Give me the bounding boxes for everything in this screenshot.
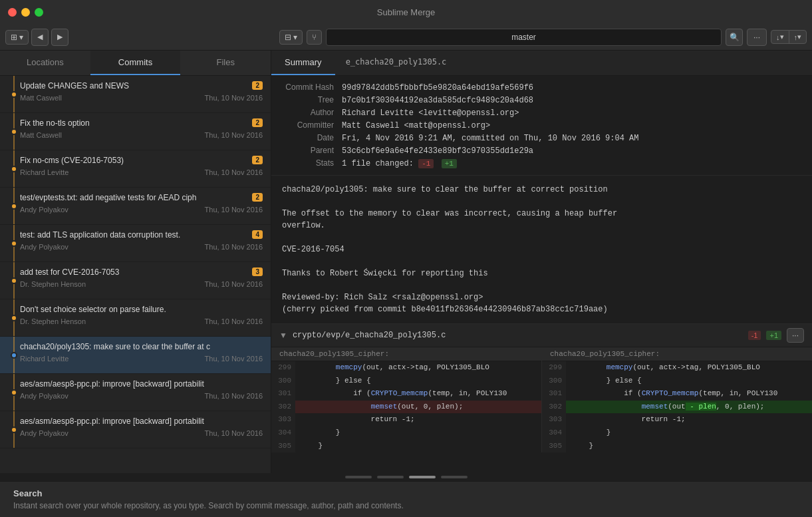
detail-row-author: Author Richard Levitte <levitte@openssl.…	[271, 106, 812, 119]
stats-label: Stats	[282, 158, 342, 168]
back-icon: ◀	[37, 33, 43, 41]
commit-header: Update CHANGES and NEWS 2	[20, 81, 263, 92]
stats-files: 1 file changed:	[342, 159, 414, 168]
diff-line: 301 if (CRYPTO_memcmp(temp, in, POLY130	[542, 387, 812, 401]
detail-row-stats: Stats 1 file changed: -1 +1	[271, 157, 812, 170]
list-item[interactable]: aes/asm/aesp8-ppc.pl: improve [backward]…	[0, 411, 271, 448]
commit-message: Fix the no-tls option	[20, 118, 247, 129]
diff-line: 300 } else {	[542, 375, 812, 388]
maximize-button[interactable]	[35, 8, 43, 17]
commit-dot	[11, 166, 17, 172]
commit-date: Thu, 10 Nov 2016	[205, 317, 263, 325]
commit-message: add test for CVE-2016-7053	[20, 267, 247, 278]
commit-meta: Richard Levitte Thu, 10 Nov 2016	[20, 168, 263, 176]
commit-message: Don't set choice selector on parse failu…	[20, 305, 257, 315]
stats-value: 1 file changed: -1 +1	[342, 159, 801, 168]
window-controls	[8, 8, 43, 17]
tab-file[interactable]: e_chacha20_poly1305.c	[335, 51, 458, 75]
list-item[interactable]: Fix the no-tls option 2 Matt Caswell Thu…	[0, 113, 271, 150]
diff-pane-right: chacha20_poly1305_cipher: 299 memcpy(out…	[542, 347, 812, 452]
download-button[interactable]: ↓ ▾	[771, 31, 789, 43]
layout-dropdown-icon: ▾	[19, 33, 23, 42]
commit-badge: 2	[252, 156, 263, 164]
tab-locations[interactable]: Locations	[0, 51, 90, 75]
forward-button[interactable]: ▶	[51, 29, 68, 46]
commit-message: chacha20/poly1305: make sure to clear th…	[20, 342, 257, 353]
search-icon: 🔍	[730, 33, 740, 42]
diff-line: 305 }	[542, 440, 812, 453]
branch-search-input[interactable]: master	[326, 29, 722, 46]
summary-tabs: Summary e_chacha20_poly1305.c	[271, 51, 812, 76]
download-upload-group: ↓ ▾ ↑ ▾	[771, 30, 807, 44]
more-icon: ···	[753, 33, 760, 42]
commit-author: Andy Polyakov	[20, 243, 68, 251]
list-item[interactable]: test: add TLS application data corruptio…	[0, 225, 271, 262]
commit-message: aes/asm/aesp8-ppc.pl: improve [backward]…	[20, 379, 257, 390]
left-panel: Locations Commits Files Update CHANGES a…	[0, 51, 271, 473]
diff-line-removed: 302 memset(out, 0, plen);	[271, 401, 541, 414]
commit-author: Andy Polyakov	[20, 429, 68, 437]
layout-button[interactable]: ⊞ ▾	[5, 30, 29, 45]
commit-dot	[11, 240, 17, 247]
commit-date: Thu, 10 Nov 2016	[205, 168, 263, 176]
toolbar-right: ⊟ ▾ ⑂ master 🔍 ··· ↓ ▾ ↑ ▾	[279, 29, 807, 46]
commit-dot	[11, 315, 17, 321]
commit-dot	[11, 91, 17, 98]
diff-stat-minus: -1	[748, 331, 761, 340]
title-bar: Sublime Merge	[0, 0, 812, 24]
repo-icon-button[interactable]: ⊟ ▾	[279, 30, 303, 45]
list-item[interactable]: Update CHANGES and NEWS 2 Matt Caswell T…	[0, 76, 271, 113]
branch-icon-button[interactable]: ⑂	[307, 30, 322, 45]
toolbar: ⊞ ▾ ◀ ▶ ⊟ ▾ ⑂ master 🔍 ··· ↓ ▾	[0, 24, 812, 51]
list-item[interactable]: Don't set choice selector on parse failu…	[0, 299, 271, 337]
stats-minus: -1	[418, 159, 434, 168]
diff-pane-left-header: chacha20_poly1305_cipher:	[271, 347, 541, 361]
commit-date: Thu, 10 Nov 2016	[205, 429, 263, 437]
tab-files[interactable]: Files	[180, 51, 271, 75]
download-dropdown-icon: ▾	[780, 33, 784, 41]
parent-label: Parent	[282, 146, 342, 155]
search-feature-description: Instant search over your whole repositor…	[13, 501, 799, 510]
more-button[interactable]: ···	[747, 29, 767, 46]
list-item[interactable]: chacha20/poly1305: make sure to clear th…	[0, 337, 271, 374]
stats-plus: +1	[442, 159, 457, 168]
commit-date: Thu, 10 Nov 2016	[205, 243, 263, 251]
app-title: Sublime Merge	[377, 7, 435, 17]
list-item[interactable]: add test for CVE-2016-7053 3 Dr. Stephen…	[0, 262, 271, 299]
commit-meta: Andy Polyakov Thu, 10 Nov 2016	[20, 206, 263, 214]
commit-message: Fix no-cms (CVE-2016-7053)	[20, 156, 247, 166]
diff-toggle-icon[interactable]: ▼	[279, 331, 287, 340]
tab-commits[interactable]: Commits	[90, 51, 181, 75]
diff-more-button[interactable]: ···	[787, 328, 804, 343]
minimize-button[interactable]	[21, 8, 30, 17]
hash-value: 99d97842ddb5fbbbfb5e9820a64ebd19afe569f6	[342, 83, 801, 92]
main-content: Locations Commits Files Update CHANGES a…	[0, 51, 812, 473]
diff-line: 303 return -1;	[271, 413, 541, 427]
diff-line: 304 }	[271, 427, 541, 440]
right-panel: Summary e_chacha20_poly1305.c Commit Has…	[271, 51, 812, 473]
upload-button[interactable]: ↑ ▾	[789, 31, 807, 43]
back-button[interactable]: ◀	[31, 29, 49, 46]
commit-author: Dr. Stephen Henson	[20, 317, 86, 325]
commit-date: Thu, 10 Nov 2016	[205, 131, 263, 139]
close-button[interactable]	[8, 8, 17, 17]
committer-value: Matt Caswell <matt@openssl.org>	[342, 121, 801, 130]
list-item[interactable]: aes/asm/aesp8-ppc.pl: improve [backward]…	[0, 374, 271, 411]
date-label: Date	[282, 133, 342, 142]
tab-summary[interactable]: Summary	[271, 51, 335, 75]
commit-meta: Andy Polyakov Thu, 10 Nov 2016	[20, 392, 263, 400]
diff-pane-left: chacha20_poly1305_cipher: 299 memcpy(out…	[271, 347, 541, 452]
commit-date: Thu, 10 Nov 2016	[205, 94, 263, 102]
search-button[interactable]: 🔍	[726, 29, 743, 46]
detail-row-tree: Tree b7c0b1f303044192ea3da585dcfc9489c20…	[271, 94, 812, 106]
list-item[interactable]: test/evptests.txt: add negative tests fo…	[0, 188, 271, 225]
list-item[interactable]: Fix no-cms (CVE-2016-7053) 2 Richard Lev…	[0, 150, 271, 188]
commit-badge: 2	[252, 193, 263, 202]
toolbar-left: ⊞ ▾ ◀ ▶	[5, 29, 277, 46]
commit-meta: Matt Caswell Thu, 10 Nov 2016	[20, 131, 263, 139]
diff-line: 299 memcpy(out, actx->tag, POLY1305_BLO	[542, 361, 812, 375]
commit-author: Dr. Stephen Henson	[20, 280, 86, 288]
commit-details: Commit Hash 99d97842ddb5fbbbfb5e9820a64e…	[271, 76, 812, 473]
commit-meta: Richard Levitte Thu, 10 Nov 2016	[20, 355, 263, 363]
commit-message: aes/asm/aesp8-ppc.pl: improve [backward]…	[20, 417, 257, 427]
